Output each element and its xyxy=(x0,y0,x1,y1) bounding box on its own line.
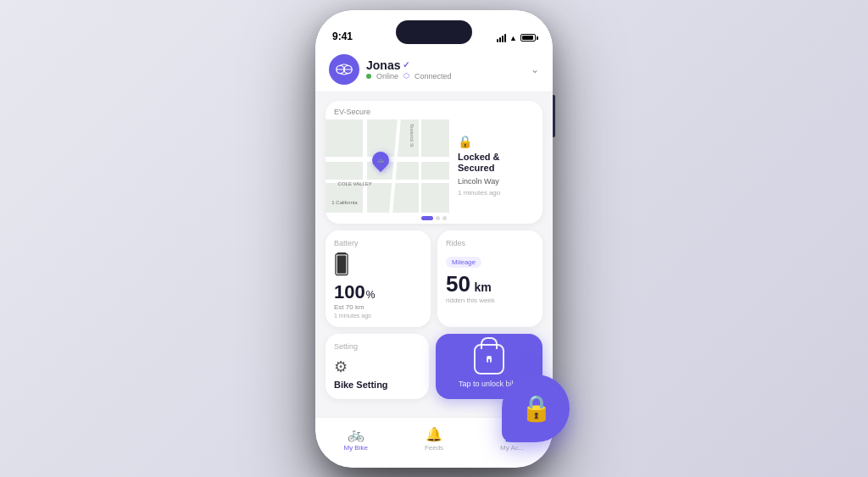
map-status-title: Locked & Secured xyxy=(458,152,534,174)
scroll-content[interactable]: EV-Secure COLE VALLEY 1 California Brode… xyxy=(315,92,553,424)
bluetooth-icon: ⬡ xyxy=(403,72,409,80)
map-visual: COLE VALLEY 1 California Broderick St 🚲 xyxy=(326,119,449,213)
signal-bars-icon xyxy=(497,34,506,42)
feeds-icon: 🔔 xyxy=(426,426,442,442)
battery-icon xyxy=(520,34,536,42)
verified-badge: ✓ xyxy=(403,60,409,69)
bike-pin-icon: 🚲 xyxy=(377,157,385,164)
map-info: 🔒 Locked & Secured Lincoln Way 1 minutes… xyxy=(449,119,542,213)
setting-card[interactable]: Setting ⚙ Bike Setting xyxy=(326,334,429,400)
connected-label: Connected xyxy=(415,72,452,80)
account-label: My Ac... xyxy=(500,444,524,452)
lock-small-icon: 🔒 xyxy=(458,135,534,148)
phone-container: 9:41 ▲ xyxy=(315,10,553,468)
setting-label: Setting xyxy=(334,342,420,351)
chevron-down-icon[interactable]: ⌄ xyxy=(531,64,539,75)
battery-card: Battery 100 % Est 70 km xyxy=(326,230,431,327)
avatar xyxy=(329,54,359,85)
rides-description: ridden this week xyxy=(446,297,534,304)
map-road-v2 xyxy=(390,119,402,213)
map-card: EV-Secure COLE VALLEY 1 California Brode… xyxy=(326,101,542,224)
battery-percent-symbol: % xyxy=(366,289,376,301)
rides-unit: km xyxy=(474,280,491,294)
map-dot-2 xyxy=(436,216,440,220)
unlock-lock-inner xyxy=(487,356,492,363)
rides-label: Rides xyxy=(446,239,534,247)
status-icons: ▲ xyxy=(497,34,536,42)
big-lock-icon: 🔒 xyxy=(520,393,552,423)
rides-card: Rides Mileage 50 km ridden this week xyxy=(437,230,542,327)
user-info: Jonas ✓ Online ⬡ Connected xyxy=(366,58,452,80)
map-road-v3 xyxy=(419,119,421,213)
online-dot-icon xyxy=(366,74,371,79)
setting-title: Bike Setting xyxy=(334,380,420,390)
status-time: 9:41 xyxy=(332,31,353,42)
feeds-label: Feeds xyxy=(425,444,443,452)
battery-percentage: 100 xyxy=(334,281,365,303)
map-label: EV-Secure xyxy=(326,101,542,119)
big-lock-badge: 🔒 xyxy=(502,374,570,442)
map-road-v1 xyxy=(363,119,367,213)
user-name-text: Jonas xyxy=(366,58,400,72)
wifi-icon: ▲ xyxy=(509,34,517,42)
header: Jonas ✓ Online ⬡ Connected ⌄ xyxy=(315,47,553,92)
map-street-label: Broderick St xyxy=(409,124,414,147)
map-location: Lincoln Way xyxy=(458,177,534,186)
map-time: 1 minutes ago xyxy=(458,189,534,197)
gear-icon: ⚙ xyxy=(334,358,420,376)
status-bar: 9:41 ▲ xyxy=(315,10,553,47)
rides-km-row: 50 km xyxy=(446,273,534,295)
nav-item-feeds[interactable]: 🔔 Feeds xyxy=(425,426,443,452)
user-status: Online ⬡ Connected xyxy=(366,72,452,80)
online-label: Online xyxy=(376,72,398,80)
unlock-lock-icon xyxy=(474,344,504,374)
map-california-label: 1 California xyxy=(331,200,357,205)
map-dots xyxy=(326,213,542,224)
map-cole-valley-label: COLE VALLEY xyxy=(338,181,372,186)
nav-item-my-bike[interactable]: 🚲 My Bike xyxy=(343,426,367,452)
battery-label: Battery xyxy=(334,239,422,247)
svg-rect-5 xyxy=(337,255,347,273)
map-dot-3 xyxy=(442,216,447,220)
my-bike-icon: 🚲 xyxy=(348,426,364,442)
user-name: Jonas ✓ xyxy=(366,58,452,72)
header-left: Jonas ✓ Online ⬡ Connected xyxy=(329,54,452,85)
locked-line2: Secured xyxy=(458,163,494,173)
signal-bar-4 xyxy=(504,34,506,42)
stats-row: Battery 100 % Est 70 km xyxy=(326,230,542,327)
rides-badge[interactable]: Mileage xyxy=(446,257,481,268)
signal-bar-3 xyxy=(502,36,504,42)
signal-bar-2 xyxy=(499,37,501,42)
map-dot-1 xyxy=(421,216,433,220)
locked-line1: Locked & xyxy=(458,152,500,162)
battery-time: 1 minutes ago xyxy=(334,313,422,319)
my-bike-label: My Bike xyxy=(343,444,367,452)
map-pin: 🚲 xyxy=(372,152,389,169)
battery-fill xyxy=(522,36,533,40)
map-pin-circle: 🚲 xyxy=(369,148,392,172)
battery-visual-icon xyxy=(334,252,349,278)
battery-visual xyxy=(334,252,422,278)
battery-est: Est 70 km xyxy=(334,303,422,311)
rides-km: 50 xyxy=(446,271,470,297)
map-content: COLE VALLEY 1 California Broderick St 🚲 … xyxy=(326,119,542,213)
signal-bar-1 xyxy=(497,39,498,42)
